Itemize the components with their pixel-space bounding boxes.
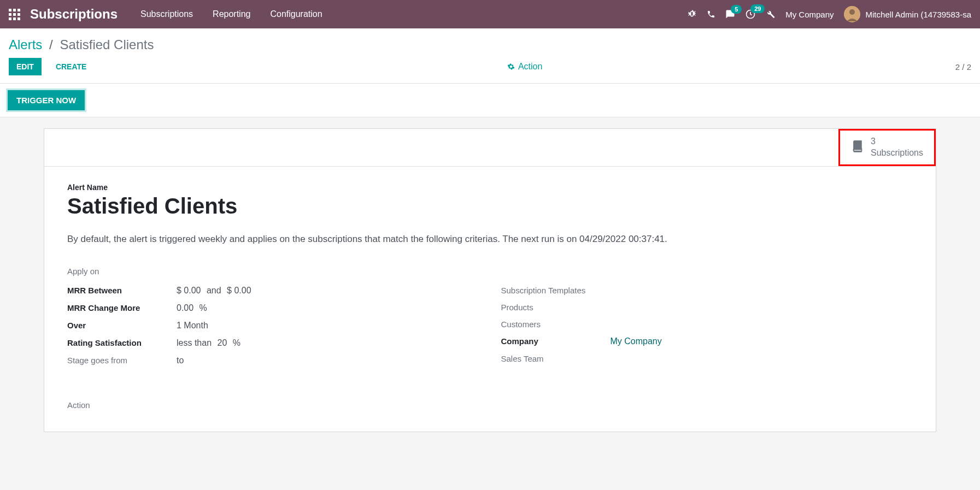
user-menu[interactable]: Mitchell Admin (14739583-sa xyxy=(844,6,971,22)
chat-icon[interactable]: 5 xyxy=(725,9,735,19)
app-name[interactable]: Subscriptions xyxy=(30,7,118,22)
mrr-change-value: 0.00 % xyxy=(177,303,210,313)
rating-op: less than xyxy=(177,338,212,347)
user-name: Mitchell Admin (14739583-sa xyxy=(866,10,971,19)
form-body: Alert Name Satisfied Clients By default,… xyxy=(44,167,936,432)
stage-to: to xyxy=(177,356,184,365)
over-row: Over 1 Month xyxy=(67,321,479,330)
mrr-from: $ 0.00 xyxy=(177,286,201,295)
action-section-title: Action xyxy=(67,400,913,410)
book-icon xyxy=(851,139,865,156)
sales-team-label: Sales Team xyxy=(501,354,611,363)
clock-badge: 29 xyxy=(750,4,765,13)
right-column: Subscription Templates Products Customer… xyxy=(501,286,913,373)
pager[interactable]: 2 / 2 xyxy=(955,62,971,72)
breadcrumb: Alerts / Satisfied Clients xyxy=(9,37,971,52)
templates-row: Subscription Templates xyxy=(501,286,913,295)
sales-team-row: Sales Team xyxy=(501,354,913,363)
breadcrumb-parent[interactable]: Alerts xyxy=(9,37,42,52)
action-dropdown[interactable]: Action xyxy=(507,62,542,72)
alert-name-label: Alert Name xyxy=(67,183,913,192)
nav-menu: Subscriptions Reporting Configuration xyxy=(133,5,687,23)
templates-label: Subscription Templates xyxy=(501,286,611,295)
stat-label: Subscriptions xyxy=(871,147,923,159)
over-label: Over xyxy=(67,321,177,330)
avatar xyxy=(844,6,860,22)
mrr-between-value: $ 0.00 and $ 0.00 xyxy=(177,286,251,296)
phone-icon[interactable] xyxy=(707,10,715,19)
customers-row: Customers xyxy=(501,320,913,329)
left-column: MRR Between $ 0.00 and $ 0.00 MRR Change… xyxy=(67,286,479,373)
nav-item-reporting[interactable]: Reporting xyxy=(205,5,258,23)
nav-item-subscriptions[interactable]: Subscriptions xyxy=(133,5,201,23)
mrr-change-num: 0.00 xyxy=(177,303,193,312)
rating-unit: % xyxy=(233,338,240,347)
stat-count: 3 xyxy=(871,136,923,147)
mrr-joiner: and xyxy=(207,286,221,295)
form-sheet: 3 Subscriptions Alert Name Satisfied Cli… xyxy=(44,128,936,432)
rating-value: less than 20 % xyxy=(177,338,240,348)
mrr-between-label: MRR Between xyxy=(67,286,177,295)
company-row: Company My Company xyxy=(501,336,913,346)
clock-icon[interactable]: 29 xyxy=(745,9,756,20)
breadcrumb-current: Satisfied Clients xyxy=(60,37,154,52)
mrr-change-label: MRR Change More xyxy=(67,303,177,312)
company-selector[interactable]: My Company xyxy=(785,10,834,19)
customers-label: Customers xyxy=(501,320,611,329)
mrr-change-row: MRR Change More 0.00 % xyxy=(67,303,479,313)
svg-point-2 xyxy=(849,9,855,15)
mrr-change-unit: % xyxy=(199,303,207,312)
mrr-between-row: MRR Between $ 0.00 and $ 0.00 xyxy=(67,286,479,296)
button-box: 3 Subscriptions xyxy=(44,129,936,167)
rating-num: 20 xyxy=(218,338,227,347)
control-panel: Alerts / Satisfied Clients Edit Create A… xyxy=(0,28,980,84)
apply-on-title: Apply on xyxy=(67,267,913,276)
products-row: Products xyxy=(501,303,913,312)
nav-item-configuration[interactable]: Configuration xyxy=(262,5,330,23)
edit-button[interactable]: Edit xyxy=(9,58,42,75)
over-value: 1 Month xyxy=(177,321,208,330)
stage-label: Stage goes from xyxy=(67,356,177,365)
stage-row: Stage goes from to xyxy=(67,356,479,365)
tools-icon[interactable] xyxy=(766,9,776,19)
rating-row: Rating Satisfaction less than 20 % xyxy=(67,338,479,348)
description-text: By default, the alert is triggered weekl… xyxy=(67,234,913,245)
company-label: Company xyxy=(501,336,611,346)
create-button[interactable]: Create xyxy=(48,58,95,75)
breadcrumb-separator: / xyxy=(49,37,53,52)
navbar-right: 5 29 My Company Mitchell Admin (14739583… xyxy=(687,6,971,22)
rating-label: Rating Satisfaction xyxy=(67,338,177,347)
apps-grid-icon[interactable] xyxy=(9,9,20,20)
gear-icon xyxy=(507,63,515,70)
content-wrapper: 3 Subscriptions Alert Name Satisfied Cli… xyxy=(0,117,980,432)
status-bar: Trigger Now xyxy=(0,84,980,117)
trigger-now-button[interactable]: Trigger Now xyxy=(8,90,85,110)
chat-badge: 5 xyxy=(731,5,742,14)
bug-icon[interactable] xyxy=(687,9,697,19)
alert-name-value: Satisfied Clients xyxy=(67,194,913,219)
main-navbar: Subscriptions Subscriptions Reporting Co… xyxy=(0,0,980,28)
mrr-to: $ 0.00 xyxy=(227,286,251,295)
subscriptions-stat-button[interactable]: 3 Subscriptions xyxy=(838,129,936,166)
action-label: Action xyxy=(518,62,542,72)
company-value[interactable]: My Company xyxy=(611,336,662,346)
products-label: Products xyxy=(501,303,611,312)
